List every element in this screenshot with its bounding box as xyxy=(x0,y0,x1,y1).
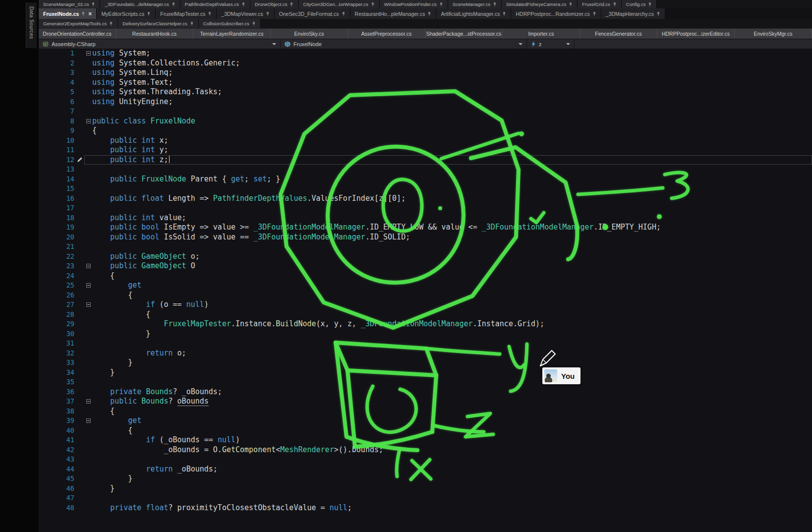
document-tab[interactable]: FruxelMapTester.cs xyxy=(156,8,217,19)
document-tab[interactable]: RestaurantHo...pleManager.cs xyxy=(350,8,437,19)
document-tab[interactable]: HDRPPostproc...Randomizer.cs xyxy=(511,8,601,19)
code-line[interactable]: 17 xyxy=(39,203,812,213)
pin-icon[interactable] xyxy=(147,11,151,16)
code-line[interactable]: 41 if (_oBounds == null) xyxy=(39,435,812,445)
fold-toggle[interactable] xyxy=(86,418,91,423)
code-line[interactable]: 39 get xyxy=(39,416,812,426)
fold-toggle[interactable] xyxy=(86,51,91,56)
code-line[interactable]: 48 private float? proximityToClosestObst… xyxy=(39,503,812,513)
pin-icon[interactable] xyxy=(502,11,506,16)
code-line[interactable]: 30 } xyxy=(39,329,812,339)
document-tab[interactable]: EnviroSkyMgr.cs xyxy=(735,29,812,39)
document-tab[interactable]: CityGen3DGen...torWrapper.cs xyxy=(298,0,379,8)
document-tab[interactable]: SceneManager_02.cs xyxy=(39,0,100,8)
code-line[interactable]: 34 } xyxy=(39,368,812,378)
code-line[interactable]: 1using System; xyxy=(39,49,812,59)
code-line[interactable]: 40 { xyxy=(39,426,812,436)
code-line[interactable]: 45 } xyxy=(39,474,812,484)
code-line[interactable]: 36 private Bounds? _oBounds; xyxy=(39,387,812,397)
document-tab[interactable]: _3DMapViewer.cs xyxy=(217,8,274,19)
code-line[interactable]: 19 public bool IsEmpty => value >= _3DFo… xyxy=(39,223,812,233)
document-tab[interactable]: DeliverySurfaceClassHelper.cs xyxy=(118,19,198,28)
code-line[interactable]: 42 _oBounds = O.GetComponent<MeshRendere… xyxy=(39,445,812,455)
pin-icon[interactable] xyxy=(208,11,212,16)
document-tab[interactable]: CollisionSubscriber.cs xyxy=(199,19,261,28)
code-line[interactable]: 8public class FruxelNode xyxy=(39,117,812,126)
code-line[interactable]: 33 } xyxy=(39,358,812,368)
document-tab[interactable]: OneSec3D_FileFormat.cs xyxy=(275,8,350,19)
code-line[interactable]: 3using System.Linq; xyxy=(39,68,812,78)
pin-icon[interactable] xyxy=(109,21,113,26)
pin-icon[interactable] xyxy=(241,2,245,7)
code-line[interactable]: 25 get xyxy=(39,281,812,291)
document-tab[interactable]: TerrainLayerRandomizer.cs xyxy=(193,29,271,39)
document-tab[interactable]: _3DFoundatio...delManager.cs xyxy=(100,0,180,8)
code-line[interactable]: 32 return o; xyxy=(39,349,812,358)
type-dropdown[interactable]: FruxelNode xyxy=(281,39,527,49)
fold-toggle[interactable] xyxy=(86,302,91,307)
document-tab[interactable]: Generator2ExportMapTools.cs xyxy=(39,19,118,28)
code-line[interactable]: 2using System.Collections.Generic; xyxy=(39,59,812,68)
code-line[interactable]: 18 public int value; xyxy=(39,213,812,223)
code-line[interactable]: 14 public FruxelNode Parent { get; set; … xyxy=(39,175,812,184)
code-line[interactable]: 7 xyxy=(39,107,812,117)
code-line[interactable]: 4using System.Text; xyxy=(39,78,812,88)
close-icon[interactable]: × xyxy=(88,11,92,17)
document-tab[interactable]: ArtificialLightsManager.cs xyxy=(436,8,511,19)
code-line[interactable]: 22 public GameObject o; xyxy=(39,252,812,262)
document-tab[interactable]: Config.cs xyxy=(622,0,657,8)
document-tab[interactable]: AssetPreprocessor.cs xyxy=(348,29,425,39)
document-tab[interactable]: ShaderPackage...stProcessor.cs xyxy=(425,29,503,39)
pin-icon[interactable] xyxy=(290,2,293,7)
document-tab[interactable]: HDRPPostproc...izerEditor.cs xyxy=(657,29,735,39)
code-line[interactable]: 9{ xyxy=(39,126,812,136)
fold-toggle[interactable] xyxy=(86,283,91,288)
document-tab[interactable]: WindowPositionFinder.cs xyxy=(380,0,448,8)
document-tab[interactable]: _3DMapHierarchy.cs xyxy=(601,8,665,19)
code-line[interactable]: 29 FruxelMapTester.Instance.BuildNode(x,… xyxy=(39,319,812,329)
pin-icon[interactable] xyxy=(252,21,256,26)
code-line[interactable]: 21 xyxy=(39,242,812,252)
document-tab[interactable]: FruxelNode.cs× xyxy=(39,8,97,19)
code-line[interactable]: 31 xyxy=(39,339,812,349)
document-tab[interactable]: SceneManager.cs xyxy=(448,0,502,8)
code-line[interactable]: 27 if (o == null) xyxy=(39,300,812,310)
code-line[interactable]: 13 xyxy=(39,165,812,175)
project-dropdown[interactable]: Assembly-CSharp xyxy=(39,39,281,49)
code-line[interactable]: 12 public int z; xyxy=(39,155,812,165)
document-tab[interactable]: DroneObject.cs xyxy=(250,0,298,8)
pin-icon[interactable] xyxy=(427,11,431,16)
document-tab[interactable]: FruxelGrid.cs xyxy=(578,0,621,8)
pin-icon[interactable] xyxy=(613,2,617,7)
pin-icon[interactable] xyxy=(569,2,573,7)
fold-toggle[interactable] xyxy=(86,264,91,268)
code-line[interactable]: 35 xyxy=(39,377,812,387)
sidebar-tab-data-sources[interactable]: Data Sources xyxy=(26,2,37,48)
code-line[interactable]: 16 public float Length => PathfinderDept… xyxy=(39,194,812,204)
code-editor[interactable]: 1using System;2using System.Collections.… xyxy=(39,49,812,532)
code-line[interactable]: 20 public bool IsSolid => value == _3DFo… xyxy=(39,233,812,242)
pin-icon[interactable] xyxy=(592,11,596,16)
pin-icon[interactable] xyxy=(172,2,175,7)
code-line[interactable]: 28 { xyxy=(39,310,812,320)
document-tab[interactable]: PathfinderDepthValues.cs xyxy=(180,0,250,8)
document-tab[interactable]: RestaurantHook.cs xyxy=(116,29,193,39)
code-line[interactable]: 5using System.Threading.Tasks; xyxy=(39,87,812,97)
member-dropdown[interactable]: z xyxy=(527,39,575,49)
code-line[interactable]: 24 { xyxy=(39,271,812,281)
pin-icon[interactable] xyxy=(266,11,270,16)
code-line[interactable]: 47 xyxy=(39,493,812,503)
document-tab[interactable]: Importer.cs xyxy=(503,29,580,39)
pin-icon[interactable] xyxy=(648,2,652,7)
pin-icon[interactable] xyxy=(342,11,346,16)
code-line[interactable]: 26 { xyxy=(39,291,812,300)
code-line[interactable]: 44 return _oBounds; xyxy=(39,465,812,474)
code-line[interactable]: 46 } xyxy=(39,484,812,494)
fold-toggle[interactable] xyxy=(86,119,91,123)
pin-icon[interactable] xyxy=(371,2,375,7)
document-tab[interactable]: DroneOrientationController.cs xyxy=(39,29,116,39)
code-line[interactable]: 6using UnityEngine; xyxy=(39,97,812,107)
fold-toggle[interactable] xyxy=(86,399,91,404)
pin-icon[interactable] xyxy=(190,21,194,26)
pin-icon[interactable] xyxy=(493,2,497,7)
